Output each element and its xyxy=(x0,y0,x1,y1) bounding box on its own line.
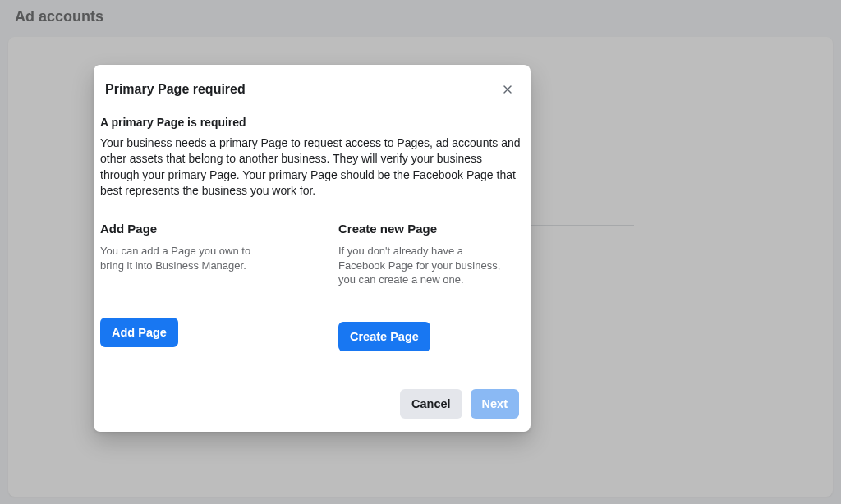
modal-title: Primary Page required xyxy=(105,82,246,97)
add-page-button[interactable]: Add Page xyxy=(100,318,178,347)
create-page-button[interactable]: Create Page xyxy=(338,322,430,351)
close-button[interactable] xyxy=(496,78,519,101)
next-button[interactable]: Next xyxy=(471,389,519,419)
close-icon xyxy=(501,83,514,96)
create-page-column: Create new Page If you don't already hav… xyxy=(338,222,511,351)
required-heading: A primary Page is required xyxy=(100,116,524,129)
primary-page-modal: Primary Page required A primary Page is … xyxy=(94,65,531,432)
modal-overlay[interactable]: Primary Page required A primary Page is … xyxy=(0,0,841,504)
add-page-title: Add Page xyxy=(100,222,273,236)
create-page-title: Create new Page xyxy=(338,222,511,236)
options-columns: Add Page You can add a Page you own to b… xyxy=(100,222,524,351)
add-page-description: You can add a Page you own to bring it i… xyxy=(100,244,273,283)
required-description: Your business needs a primary Page to re… xyxy=(100,135,524,199)
add-page-column: Add Page You can add a Page you own to b… xyxy=(100,222,273,351)
modal-body: A primary Page is required Your business… xyxy=(94,101,531,351)
cancel-button[interactable]: Cancel xyxy=(400,389,462,419)
modal-header: Primary Page required xyxy=(94,78,531,101)
create-page-description: If you don't already have a Facebook Pag… xyxy=(338,244,511,287)
modal-footer: Cancel Next xyxy=(94,384,531,422)
